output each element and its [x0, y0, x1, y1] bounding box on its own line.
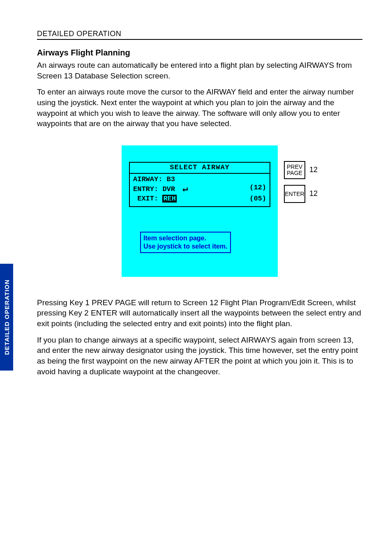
exit-field: EXIT: REH: [133, 195, 177, 203]
hint-box: Item selection page. Use joystick to sel…: [140, 232, 231, 253]
paragraph-4: If you plan to change airways at a speci…: [37, 335, 362, 377]
figure: SELECT AIRWAY AIRWAY: B3 ENTRY: DVR↵ (12…: [37, 145, 362, 277]
exit-count: (05): [249, 195, 266, 203]
soft-keys: PREV PAGE 12 ENTER 12: [284, 161, 318, 209]
entry-count: (12): [249, 184, 266, 194]
key-row-prev-page: PREV PAGE 12: [284, 161, 318, 179]
screen-row-exit: EXIT: REH (05): [133, 195, 266, 203]
prev-page-label: PREV PAGE: [287, 164, 302, 176]
key-row-enter: ENTER 12: [284, 185, 318, 203]
section-title: Airways Flight Planning: [37, 48, 362, 58]
page-header: DETAILED OPERATION: [37, 30, 362, 40]
exit-label: EXIT:: [133, 195, 162, 203]
screen-panel: SELECT AIRWAY AIRWAY: B3 ENTRY: DVR↵ (12…: [129, 162, 270, 207]
enter-button[interactable]: ENTER: [284, 185, 305, 203]
enter-screen-num: 12: [309, 189, 318, 198]
screen-row-airway: AIRWAY: B3: [133, 175, 266, 184]
prev-page-line1: PREV: [287, 164, 302, 170]
exit-value-highlight[interactable]: REH: [162, 195, 177, 203]
screen-row-entry: ENTRY: DVR↵ (12): [133, 184, 266, 194]
screen-block: SELECT AIRWAY AIRWAY: B3 ENTRY: DVR↵ (12…: [122, 145, 278, 277]
prev-page-button[interactable]: PREV PAGE: [284, 161, 305, 179]
page: DETAILED OPERATION Airways Flight Planni…: [0, 0, 392, 412]
enter-label: ENTER: [285, 191, 304, 197]
paragraph-1: An airways route can automatically be en…: [37, 60, 362, 81]
hint-line-2: Use joystick to select item.: [143, 242, 228, 251]
hint-line-1: Item selection page.: [143, 234, 228, 242]
paragraph-3: Pressing Key 1 PREV PAGE will return to …: [37, 297, 362, 329]
screen-title: SELECT AIRWAY: [130, 163, 270, 174]
paragraph-2: To enter an airways route move the curso…: [37, 87, 362, 129]
prev-page-screen-num: 12: [309, 166, 318, 174]
airway-field: AIRWAY: B3: [133, 175, 175, 184]
device-screen: SELECT AIRWAY AIRWAY: B3 ENTRY: DVR↵ (12…: [122, 145, 278, 277]
entry-field: ENTRY: DVR↵: [133, 184, 188, 194]
enter-arrow-icon: ↵: [182, 184, 188, 195]
screen-body: AIRWAY: B3 ENTRY: DVR↵ (12) EXIT: REH (0…: [130, 174, 270, 206]
entry-field-text: ENTRY: DVR: [133, 185, 175, 193]
prev-page-line2: PAGE: [287, 170, 302, 176]
page-header-text: DETAILED OPERATION: [37, 30, 121, 38]
